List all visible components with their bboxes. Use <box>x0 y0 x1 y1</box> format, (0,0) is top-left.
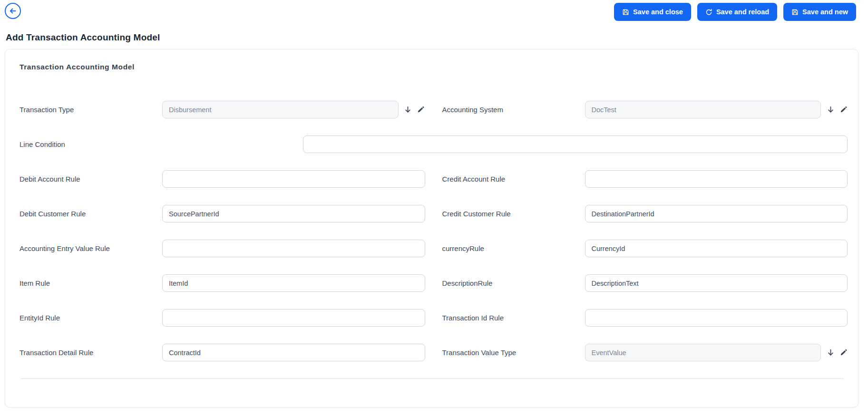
debit-account-rule-input[interactable] <box>162 170 425 188</box>
save-icon <box>791 9 799 16</box>
currency-rule-label: currencyRule <box>442 244 585 252</box>
form-row-4: Debit Customer Rule Credit Customer Rule <box>20 205 848 223</box>
field-debit-account-rule: Debit Account Rule <box>20 170 425 188</box>
field-line-condition: Line Condition <box>20 135 848 153</box>
debit-customer-rule-label: Debit Customer Rule <box>20 210 162 218</box>
save-and-new-button[interactable]: Save and new <box>783 3 856 21</box>
entityid-rule-input[interactable] <box>162 309 425 327</box>
pencil-icon[interactable] <box>417 106 425 114</box>
section-title: Transaction Accounting Model <box>20 63 848 71</box>
transaction-type-label: Transaction Type <box>20 106 162 114</box>
debit-customer-rule-field <box>162 205 425 223</box>
transaction-id-rule-input[interactable] <box>585 309 848 327</box>
currency-rule-input[interactable] <box>585 240 848 257</box>
pencil-icon[interactable] <box>839 348 848 357</box>
arrow-down-icon[interactable] <box>826 348 835 357</box>
pencil-icon[interactable] <box>839 106 848 114</box>
accounting-entry-value-rule-label: Accounting Entry Value Rule <box>20 244 162 252</box>
field-entityid-rule: EntityId Rule <box>20 309 425 327</box>
credit-account-rule-input[interactable] <box>585 170 848 188</box>
field-debit-customer-rule: Debit Customer Rule <box>20 205 425 223</box>
credit-customer-rule-field <box>585 205 848 223</box>
save-and-new-label: Save and new <box>802 8 848 16</box>
credit-customer-rule-input[interactable] <box>585 205 848 223</box>
debit-account-rule-field <box>162 170 425 188</box>
description-rule-field <box>585 274 848 292</box>
entityid-rule-field <box>162 309 425 327</box>
field-credit-account-rule: Credit Account Rule <box>442 170 848 188</box>
transaction-detail-rule-field <box>162 344 425 361</box>
entityid-rule-label: EntityId Rule <box>20 314 162 322</box>
form-row-5: Accounting Entry Value Rule currencyRule <box>20 240 848 257</box>
credit-account-rule-field <box>585 170 848 188</box>
save-and-reload-button[interactable]: Save and reload <box>697 3 777 21</box>
transaction-type-input[interactable] <box>162 101 399 118</box>
field-description-rule: DescriptionRule <box>442 274 848 292</box>
form-row-7: EntityId Rule Transaction Id Rule <box>20 309 848 327</box>
accounting-entry-value-rule-input[interactable] <box>162 240 425 257</box>
accounting-system-label: Accounting System <box>442 106 585 114</box>
field-item-rule: Item Rule <box>20 274 425 292</box>
page-title: Add Transaction Accounting Model <box>6 32 868 43</box>
item-rule-input[interactable] <box>162 274 425 292</box>
field-credit-customer-rule: Credit Customer Rule <box>442 205 848 223</box>
credit-customer-rule-label: Credit Customer Rule <box>442 210 585 218</box>
form-row-8: Transaction Detail Rule Transaction Valu… <box>20 344 848 361</box>
line-condition-label: Line Condition <box>20 140 303 148</box>
header-actions: Save and close Save and reload Save and … <box>614 3 856 21</box>
save-and-reload-label: Save and reload <box>716 8 769 16</box>
item-rule-label: Item Rule <box>20 279 162 287</box>
topbar: Save and close Save and reload Save and … <box>0 0 868 23</box>
transaction-value-type-input[interactable] <box>585 344 821 361</box>
form-row-2: Line Condition <box>20 135 848 153</box>
arrow-down-icon[interactable] <box>826 106 835 114</box>
transaction-type-field <box>162 101 425 118</box>
transaction-detail-rule-label: Transaction Detail Rule <box>20 348 162 357</box>
transaction-value-type-label: Transaction Value Type <box>442 348 585 357</box>
form-row-3: Debit Account Rule Credit Account Rule <box>20 170 848 188</box>
field-currency-rule: currencyRule <box>442 240 848 257</box>
currency-rule-field <box>585 240 848 257</box>
save-and-close-button[interactable]: Save and close <box>614 3 691 21</box>
description-rule-label: DescriptionRule <box>442 279 585 287</box>
accounting-system-input[interactable] <box>585 101 821 118</box>
transaction-detail-rule-input[interactable] <box>162 344 425 361</box>
form-card: Transaction Accounting Model Transaction… <box>5 49 858 407</box>
save-and-close-label: Save and close <box>633 8 683 16</box>
line-condition-field <box>303 135 848 153</box>
arrow-down-icon[interactable] <box>404 106 412 114</box>
reload-icon <box>705 9 712 16</box>
field-accounting-entry-value-rule: Accounting Entry Value Rule <box>20 240 425 257</box>
line-condition-input[interactable] <box>303 135 848 153</box>
debit-account-rule-label: Debit Account Rule <box>20 175 162 183</box>
field-accounting-system: Accounting System <box>442 101 848 118</box>
form-row-6: Item Rule DescriptionRule <box>20 274 848 292</box>
card-footer <box>20 379 848 407</box>
field-transaction-detail-rule: Transaction Detail Rule <box>20 344 425 361</box>
credit-account-rule-label: Credit Account Rule <box>442 175 585 183</box>
field-transaction-type: Transaction Type <box>20 101 425 118</box>
description-rule-input[interactable] <box>585 274 848 292</box>
transaction-id-rule-label: Transaction Id Rule <box>442 314 585 322</box>
item-rule-field <box>162 274 425 292</box>
accounting-entry-value-rule-field <box>162 240 425 257</box>
field-transaction-id-rule: Transaction Id Rule <box>442 309 848 327</box>
form-row-1: Transaction Type Accounting System <box>20 101 848 118</box>
transaction-value-type-field <box>585 344 848 361</box>
transaction-id-rule-field <box>585 309 848 327</box>
arrow-left-icon <box>9 7 17 15</box>
back-button[interactable] <box>5 3 21 19</box>
debit-customer-rule-input[interactable] <box>162 205 425 223</box>
field-transaction-value-type: Transaction Value Type <box>442 344 848 361</box>
save-icon <box>622 9 629 16</box>
accounting-system-field <box>585 101 848 118</box>
